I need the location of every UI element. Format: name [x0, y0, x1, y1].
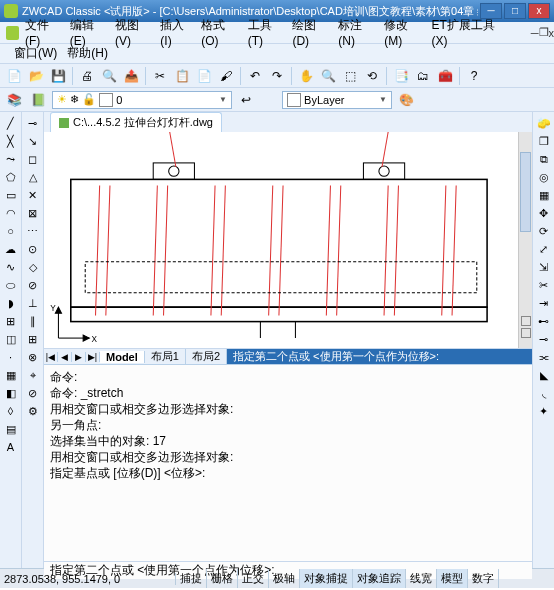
menu-edit[interactable]: 编辑(E) — [70, 17, 107, 48]
layer-manager-icon[interactable]: 📚 — [4, 90, 24, 110]
explode-icon[interactable]: ✦ — [535, 402, 553, 420]
vertical-scrollbar[interactable] — [518, 132, 532, 348]
temp-track-icon[interactable]: ⊸ — [24, 114, 42, 132]
ellipse-icon[interactable]: ⬭ — [2, 276, 20, 294]
extend-icon[interactable]: ⇥ — [535, 294, 553, 312]
snap-ext-icon[interactable]: ⋯ — [24, 222, 42, 240]
menu-file[interactable]: 文件(F) — [25, 17, 62, 48]
doc-restore-icon[interactable]: ❐ — [539, 26, 549, 39]
save-icon[interactable]: 💾 — [48, 66, 68, 86]
status-model[interactable]: 模型 — [437, 569, 468, 588]
view-cube[interactable] — [519, 316, 532, 346]
close-button[interactable]: x — [528, 3, 550, 19]
snap-mid-icon[interactable]: △ — [24, 168, 42, 186]
menu-view[interactable]: 视图(V) — [115, 17, 152, 48]
point-icon[interactable]: · — [2, 348, 20, 366]
arc-icon[interactable]: ◠ — [2, 204, 20, 222]
menu-insert[interactable]: 插入(I) — [160, 17, 193, 48]
zoom-rt-icon[interactable]: 🔍 — [318, 66, 338, 86]
menu-help[interactable]: 帮助(H) — [67, 45, 108, 62]
status-snap[interactable]: 捕捉 — [176, 569, 207, 588]
layout-tab-2[interactable]: 布局2 — [186, 349, 227, 364]
zoom-win-icon[interactable]: ⬚ — [340, 66, 360, 86]
offset-icon[interactable]: ◎ — [535, 168, 553, 186]
join-icon[interactable]: ⫘ — [535, 348, 553, 366]
layer-combo[interactable]: ☀ ❄ 🔓 0 ▼ — [52, 91, 232, 109]
command-history[interactable]: 命令: 命令: _stretch 用相交窗口或相交多边形选择对象: 另一角点: … — [44, 365, 532, 561]
pline-icon[interactable]: ⤳ — [2, 150, 20, 168]
rectangle-icon[interactable]: ▭ — [2, 186, 20, 204]
rotate-icon[interactable]: ⟳ — [535, 222, 553, 240]
snap-cen-icon[interactable]: ⊙ — [24, 240, 42, 258]
mirror-icon[interactable]: ⧉ — [535, 150, 553, 168]
menu-tools[interactable]: 工具(T) — [248, 17, 285, 48]
insert-block-icon[interactable]: ⊞ — [2, 312, 20, 330]
break-icon[interactable]: ⊸ — [535, 330, 553, 348]
cut-icon[interactable]: ✂ — [150, 66, 170, 86]
status-otrack[interactable]: 对象追踪 — [353, 569, 406, 588]
menu-modify[interactable]: 修改(M) — [384, 17, 423, 48]
snap-end-icon[interactable]: ◻ — [24, 150, 42, 168]
osnap-settings-icon[interactable]: ⚙ — [24, 402, 42, 420]
status-grid[interactable]: 栅格 — [207, 569, 238, 588]
redo-icon[interactable]: ↷ — [267, 66, 287, 86]
spline-icon[interactable]: ∿ — [2, 258, 20, 276]
snap-perp-icon[interactable]: ⊥ — [24, 294, 42, 312]
doc-close-icon[interactable]: x — [549, 27, 554, 39]
menu-window[interactable]: 窗口(W) — [14, 45, 57, 62]
color-combo[interactable]: ByLayer ▼ — [282, 91, 392, 109]
chamfer-icon[interactable]: ◣ — [535, 366, 553, 384]
pan-icon[interactable]: ✋ — [296, 66, 316, 86]
status-polar[interactable]: 极轴 — [269, 569, 300, 588]
snap-none-icon[interactable]: ⊘ — [24, 384, 42, 402]
doc-minimize-icon[interactable]: ─ — [531, 27, 539, 39]
xline-icon[interactable]: ╳ — [2, 132, 20, 150]
coordinates[interactable]: 2873.0538, 955.1479, 0 — [0, 573, 176, 585]
scale-icon[interactable]: ⤢ — [535, 240, 553, 258]
copy-obj-icon[interactable]: ❐ — [535, 132, 553, 150]
line-icon[interactable]: ╱ — [2, 114, 20, 132]
maximize-button[interactable]: □ — [504, 3, 526, 19]
erase-icon[interactable]: 🧽 — [535, 114, 553, 132]
move-icon[interactable]: ✥ — [535, 204, 553, 222]
status-ortho[interactable]: 正交 — [238, 569, 269, 588]
layout-last-icon[interactable]: ▶| — [86, 352, 100, 362]
snap-ins-icon[interactable]: ⊞ — [24, 330, 42, 348]
snap-from-icon[interactable]: ↘ — [24, 132, 42, 150]
layer-states-icon[interactable]: 📗 — [28, 90, 48, 110]
break-point-icon[interactable]: ⊷ — [535, 312, 553, 330]
region-icon[interactable]: ◊ — [2, 402, 20, 420]
snap-quad-icon[interactable]: ◇ — [24, 258, 42, 276]
new-icon[interactable]: 📄 — [4, 66, 24, 86]
mtext-icon[interactable]: A — [2, 438, 20, 456]
snap-node-icon[interactable]: ⊗ — [24, 348, 42, 366]
status-osnap[interactable]: 对象捕捉 — [300, 569, 353, 588]
scrollbar-thumb[interactable] — [520, 152, 531, 232]
tool-palette-icon[interactable]: 🧰 — [435, 66, 455, 86]
print-icon[interactable]: 🖨 — [77, 66, 97, 86]
snap-int-icon[interactable]: ✕ — [24, 186, 42, 204]
paste-icon[interactable]: 📄 — [194, 66, 214, 86]
ellipse-arc-icon[interactable]: ◗ — [2, 294, 20, 312]
properties-icon[interactable]: 📑 — [391, 66, 411, 86]
circle-icon[interactable]: ○ — [2, 222, 20, 240]
layout-prev-icon[interactable]: ◀ — [58, 352, 72, 362]
make-block-icon[interactable]: ◫ — [2, 330, 20, 348]
fillet-icon[interactable]: ◟ — [535, 384, 553, 402]
trim-icon[interactable]: ✂ — [535, 276, 553, 294]
table-icon[interactable]: ▤ — [2, 420, 20, 438]
layer-prev-icon[interactable]: ↩ — [236, 90, 256, 110]
layout-next-icon[interactable]: ▶ — [72, 352, 86, 362]
match-icon[interactable]: 🖌 — [216, 66, 236, 86]
snap-near-icon[interactable]: ⌖ — [24, 366, 42, 384]
revcloud-icon[interactable]: ☁ — [2, 240, 20, 258]
hatch-icon[interactable]: ▦ — [2, 366, 20, 384]
menu-annotate[interactable]: 标注(N) — [338, 17, 376, 48]
stretch-icon[interactable]: ⇲ — [535, 258, 553, 276]
snap-appint-icon[interactable]: ⊠ — [24, 204, 42, 222]
layout-tab-1[interactable]: 布局1 — [145, 349, 186, 364]
snap-tan-icon[interactable]: ⊘ — [24, 276, 42, 294]
array-icon[interactable]: ▦ — [535, 186, 553, 204]
preview-icon[interactable]: 🔍 — [99, 66, 119, 86]
menu-et[interactable]: ET扩展工具(X) — [431, 17, 505, 48]
